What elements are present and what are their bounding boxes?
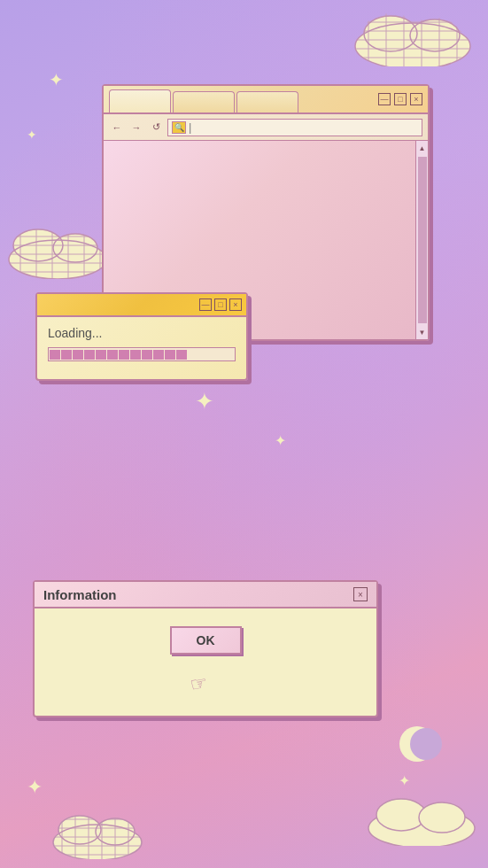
sparkle-6: ✦	[27, 778, 43, 797]
progress-block-1	[50, 350, 60, 360]
progress-block-9	[142, 350, 152, 360]
loading-minimize-button[interactable]: —	[199, 298, 212, 311]
browser-close-button[interactable]: ×	[410, 93, 422, 105]
loading-text: Loading...	[48, 326, 236, 340]
loading-titlebar: — □ ×	[37, 294, 246, 317]
browser-minimize-button[interactable]: —	[378, 93, 391, 105]
browser-refresh-button[interactable]: ↺	[148, 120, 164, 136]
info-dialog-titlebar: Information ×	[35, 582, 376, 608]
browser-back-button[interactable]: ←	[109, 120, 125, 136]
loading-maximize-button[interactable]: □	[214, 298, 227, 311]
sparkle-1: ✦	[49, 71, 64, 89]
browser-toolbar: ← → ↺ 🔍 |	[104, 114, 428, 141]
loading-close-button[interactable]: ×	[229, 298, 242, 311]
sparkle-3: ✦	[195, 390, 214, 413]
sparkle-2: ✦	[27, 128, 37, 141]
browser-titlebar: — □ ×	[104, 86, 428, 114]
moon	[399, 722, 444, 766]
progress-block-11	[165, 350, 175, 360]
cloud-top-right	[351, 9, 475, 66]
browser-tab-3[interactable]	[236, 91, 298, 112]
progress-block-5	[96, 350, 106, 360]
scroll-thumb[interactable]	[418, 157, 427, 323]
info-dialog-title: Information	[43, 587, 353, 602]
progress-bar	[48, 347, 236, 361]
info-dialog: Information × OK	[33, 580, 378, 717]
progress-block-4	[84, 350, 95, 360]
info-dialog-body: OK	[35, 608, 376, 672]
info-dialog-close-button[interactable]: ×	[353, 587, 368, 601]
cloud-bottom-right	[364, 793, 479, 846]
sparkle-7: ✦	[399, 774, 410, 788]
progress-block-8	[130, 350, 141, 360]
progress-fill	[50, 350, 187, 360]
browser-forward-button[interactable]: →	[128, 120, 144, 136]
browser-tab-1[interactable]	[109, 89, 171, 112]
scroll-down-arrow[interactable]: ▼	[417, 325, 428, 339]
progress-block-10	[153, 350, 164, 360]
svg-point-65	[410, 728, 442, 760]
sparkle-4: ✦	[275, 434, 286, 448]
ok-button[interactable]: OK	[170, 626, 242, 655]
progress-block-6	[107, 350, 118, 360]
browser-window-controls: — □ ×	[378, 93, 422, 105]
progress-block-2	[61, 350, 72, 360]
browser-tabs	[109, 86, 375, 112]
loading-window: — □ × Loading...	[35, 292, 248, 381]
browser-address-bar[interactable]: 🔍 |	[167, 119, 422, 136]
browser-cursor: |	[189, 120, 191, 134]
cloud-bottom-left	[49, 810, 146, 859]
cloud-left	[4, 226, 111, 279]
scroll-up-arrow[interactable]: ▲	[417, 141, 428, 155]
progress-block-12	[176, 350, 187, 360]
search-icon[interactable]: 🔍	[172, 121, 186, 134]
progress-block-7	[119, 350, 129, 360]
browser-maximize-button[interactable]: □	[394, 93, 407, 105]
svg-point-42	[419, 802, 465, 833]
progress-block-3	[73, 350, 83, 360]
browser-scrollbar[interactable]: ▲ ▼	[415, 141, 428, 339]
loading-body: Loading...	[37, 317, 246, 370]
browser-tab-2[interactable]	[173, 91, 235, 112]
